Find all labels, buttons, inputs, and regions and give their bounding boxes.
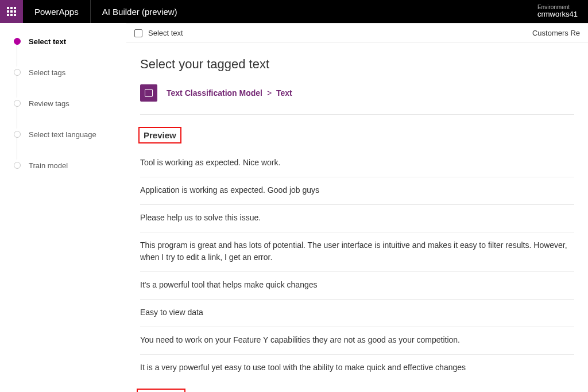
step-review-tags[interactable]: Review tags <box>14 98 121 109</box>
entity-source-label: Customers Re <box>532 29 580 37</box>
step-select-language[interactable]: Select text language <box>14 129 121 140</box>
chevron-right-icon: > <box>265 88 274 98</box>
preview-row: Application is working as expected. Good… <box>140 177 574 205</box>
svg-rect-4 <box>10 10 13 13</box>
step-label: Select text language <box>29 130 96 139</box>
page-title: Select your tagged text <box>140 57 574 72</box>
preview-row: Easy to view data <box>140 300 574 327</box>
svg-rect-8 <box>14 14 16 16</box>
field-badge <box>140 84 157 102</box>
crumb-model: Text Classification Model <box>167 88 262 98</box>
preview-heading: Preview <box>140 129 180 142</box>
entity-icon <box>145 89 153 97</box>
step-dot-icon <box>14 38 21 45</box>
step-select-tags[interactable]: Select tags <box>14 67 121 78</box>
step-dot-icon <box>14 100 21 107</box>
section-label: AI Builder (preview) <box>91 0 189 23</box>
svg-rect-0 <box>7 7 9 9</box>
step-dot-icon <box>14 69 21 76</box>
top-bar: PowerApps AI Builder (preview) Environme… <box>0 0 588 23</box>
step-label: Train model <box>29 161 68 170</box>
svg-rect-5 <box>14 10 16 13</box>
preview-row: It is a very powerful yet easy to use to… <box>140 355 574 382</box>
svg-rect-1 <box>10 7 13 9</box>
command-bar: Select text Customers Re <box>126 24 588 43</box>
preview-row: Tool is working as expected. Nice work. <box>140 150 574 177</box>
environment-value: crmworks41 <box>537 10 578 18</box>
field-breadcrumb[interactable]: Text Classification Model > Text <box>140 84 574 115</box>
app-launcher-button[interactable] <box>0 0 23 23</box>
preview-row: You need to work on your Feature Y capab… <box>140 327 574 355</box>
step-label: Select text <box>29 37 66 46</box>
crumb-field: Text <box>276 88 292 98</box>
svg-rect-7 <box>10 14 13 16</box>
preview-row: Please help us to solve this issue. <box>140 205 574 232</box>
step-label: Select tags <box>29 68 65 77</box>
wizard-steps: Select text Select tags Review tags Sele… <box>0 23 126 392</box>
main-panel: Select text Customers Re Select your tag… <box>126 23 588 392</box>
entity-icon <box>134 29 142 37</box>
preview-row: It's a powerful tool that helps make qui… <box>140 272 574 300</box>
entity-label: Select text <box>148 29 183 37</box>
brand-label[interactable]: PowerApps <box>23 0 90 23</box>
step-dot-icon <box>14 131 21 138</box>
waffle-icon <box>7 7 16 16</box>
step-select-text[interactable]: Select text <box>14 36 121 47</box>
content-area: Select your tagged text Text Classificat… <box>126 43 588 392</box>
breadcrumb-text: Text Classification Model > Text <box>167 88 292 98</box>
step-label: Review tags <box>29 99 69 108</box>
step-train-model[interactable]: Train model <box>14 160 121 171</box>
environment-picker[interactable]: Environment crmworks41 <box>527 0 588 23</box>
svg-rect-3 <box>7 10 9 13</box>
svg-rect-6 <box>7 14 9 16</box>
entity-indicator[interactable]: Select text <box>134 29 183 37</box>
step-dot-icon <box>14 162 21 169</box>
svg-rect-2 <box>14 7 16 9</box>
preview-row: This program is great and has lots of po… <box>140 232 574 272</box>
